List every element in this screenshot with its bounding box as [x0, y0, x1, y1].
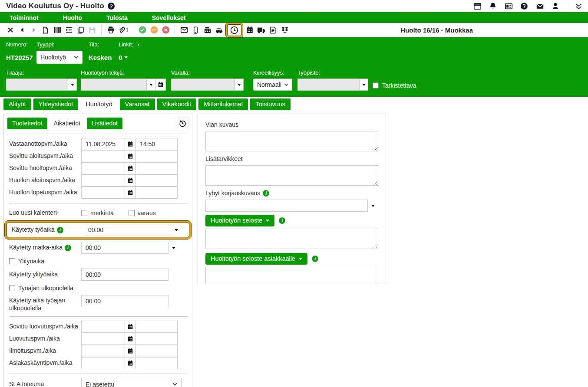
tilaaja-combobox[interactable] — [6, 79, 77, 91]
menu-toiminnot[interactable]: Toiminnot — [10, 14, 39, 21]
merkinta-checkbox[interactable] — [81, 210, 87, 216]
attachments-icon[interactable]: 1 — [116, 24, 130, 36]
tekija-calendar-button[interactable] — [155, 79, 166, 91]
kaytetty-tyoaika-input[interactable] — [84, 224, 171, 236]
date-input[interactable] — [81, 321, 125, 333]
calendar-icon[interactable] — [244, 24, 255, 36]
barcode-icon[interactable] — [51, 24, 63, 36]
menu-huolto[interactable]: Huolto — [63, 14, 82, 21]
info-icon[interactable] — [65, 245, 71, 251]
dropbox-icon[interactable] — [279, 24, 291, 36]
lyhyt-korjauskuvaus-input[interactable] — [205, 200, 368, 212]
date-input[interactable] — [81, 187, 125, 199]
nav-previous-icon[interactable] — [16, 24, 28, 36]
tyyppi-select[interactable]: Huoltotyö — [36, 51, 83, 64]
menu-sovellukset[interactable]: Sovellukset — [152, 14, 186, 21]
nav-next-icon[interactable] — [28, 24, 40, 36]
time-input[interactable] — [135, 345, 178, 357]
calendar-button[interactable] — [125, 321, 136, 333]
copy-icon[interactable] — [75, 24, 86, 36]
info-icon[interactable] — [57, 227, 63, 233]
menu-tulosta[interactable]: Tulosta — [106, 14, 128, 21]
time-input[interactable] — [135, 333, 178, 345]
reject-icon[interactable] — [160, 24, 172, 36]
kaytetty-matka-aika-input[interactable] — [81, 242, 168, 254]
work-queue-icon[interactable] — [63, 24, 75, 36]
info-icon[interactable] — [263, 190, 269, 197]
report-icon[interactable] — [267, 24, 279, 36]
approve-icon[interactable] — [136, 24, 148, 36]
info-icon[interactable] — [312, 256, 318, 262]
time-input[interactable] — [135, 174, 178, 187]
calendar-button[interactable] — [125, 138, 136, 150]
tarkistettava-checkbox[interactable] — [373, 82, 379, 89]
email-icon[interactable] — [178, 24, 190, 36]
tekija-combobox[interactable] — [81, 79, 166, 91]
tab-aikatiedot[interactable]: Aikatiedot — [49, 118, 85, 129]
huoltotyon-seloste-button[interactable]: Huoltotyön seloste — [205, 215, 274, 226]
varaus-checkbox[interactable] — [129, 210, 135, 216]
close-icon[interactable] — [4, 24, 16, 36]
time-input[interactable] — [135, 162, 178, 174]
time-input[interactable] — [135, 150, 178, 162]
messages-mail-icon[interactable] — [535, 2, 544, 10]
date-input[interactable] — [81, 174, 125, 187]
tab-mittarilukemat[interactable]: Mittarilukemat — [198, 98, 248, 110]
date-input[interactable] — [81, 345, 125, 357]
info-icon[interactable] — [135, 42, 141, 47]
kaytetty-matka-aika-dropdown[interactable] — [168, 242, 179, 254]
calendar-button[interactable] — [125, 150, 136, 162]
hold-icon[interactable] — [148, 24, 160, 36]
tab-lisatiedot[interactable]: Lisätiedot — [87, 118, 122, 129]
sla-select[interactable]: Ei asetettu — [81, 378, 182, 387]
kaytetty-aika-tyoajan-input[interactable] — [81, 295, 168, 307]
lyhyt-korjauskuvaus-dropdown[interactable] — [368, 200, 378, 212]
tekija-dropdown-button[interactable] — [146, 79, 155, 91]
help-badge-icon[interactable] — [108, 3, 115, 10]
calendar-button[interactable] — [125, 333, 136, 345]
tab-yhteystiedot[interactable]: Yhteystiedot — [33, 98, 79, 110]
tab-vikakoodit[interactable]: Vikakoodit — [157, 98, 197, 110]
tab-varaosat[interactable]: Varaosat — [120, 98, 155, 110]
help-icon[interactable] — [520, 2, 529, 10]
tyopiste-dropdown-button[interactable] — [359, 79, 368, 91]
ylityoaika-checkbox[interactable] — [9, 258, 15, 264]
news-card-icon[interactable] — [504, 2, 513, 10]
delivery-truck-icon[interactable] — [255, 24, 267, 36]
calendar-button[interactable] — [125, 174, 136, 187]
time-input[interactable] — [135, 321, 178, 333]
time-input[interactable] — [135, 187, 178, 199]
tab-tuotetiedot[interactable]: Tuotetiedot — [7, 118, 47, 129]
calendar-button[interactable] — [125, 357, 136, 369]
tyoajan-ulkopuolella-checkbox[interactable] — [9, 285, 15, 291]
date-input[interactable] — [81, 357, 125, 369]
browser-window-icon[interactable] — [473, 2, 482, 10]
huoltotyon-seloste-asiakkaalle-textarea[interactable] — [205, 267, 378, 284]
huoltotyon-seloste-textarea[interactable] — [205, 229, 378, 249]
huoltotyon-seloste-asiakkaalle-button[interactable]: Huoltotyön seloste asiakkaalle — [205, 253, 307, 265]
calendar-button[interactable] — [125, 187, 136, 199]
tab-huoltotyo[interactable]: Huoltotyö — [80, 98, 117, 110]
user-icon[interactable] — [551, 2, 560, 10]
save-icon[interactable] — [86, 24, 98, 36]
time-input[interactable] — [135, 357, 178, 369]
calendar-button[interactable] — [125, 345, 136, 357]
mobile-icon[interactable] — [190, 24, 202, 36]
date-input[interactable] — [81, 138, 125, 150]
varalla-combobox[interactable] — [171, 79, 244, 91]
date-input[interactable] — [81, 333, 125, 345]
new-document-icon[interactable] — [40, 24, 51, 36]
vian-kuvaus-textarea[interactable] — [205, 131, 378, 151]
tilaaja-dropdown-button[interactable] — [68, 79, 77, 91]
date-input[interactable] — [81, 162, 125, 174]
tyopiste-combobox[interactable] — [297, 79, 368, 91]
tab-toistuvuus[interactable]: Toistuvuus — [250, 98, 291, 110]
lisatarvikkeet-textarea[interactable] — [205, 165, 378, 186]
cash-register-icon[interactable] — [202, 24, 213, 36]
history-button[interactable] — [177, 118, 188, 129]
print-icon[interactable] — [105, 24, 116, 36]
date-input[interactable] — [81, 150, 125, 162]
calendar-button[interactable] — [125, 162, 136, 174]
tab-alityot[interactable]: Alityöt — [3, 98, 31, 110]
kiireellisyys-select[interactable]: Normaali — [253, 79, 292, 91]
